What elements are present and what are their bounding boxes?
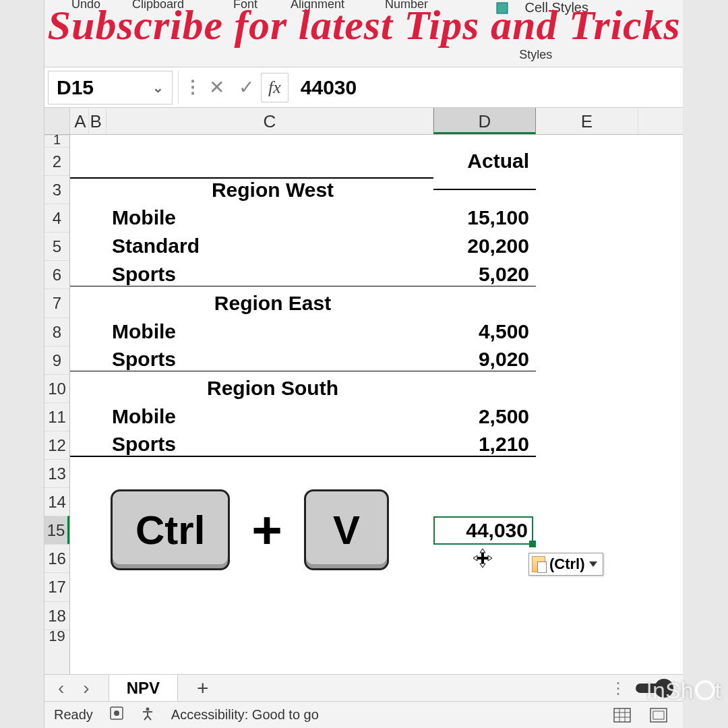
cell-d11[interactable]: 2,500 (433, 405, 536, 428)
excel-window: Undo Clipboard Font Alignment Number Cel… (44, 0, 683, 728)
ribbon-group-alignment: Alignment (291, 0, 344, 11)
cell-d4[interactable]: 15,100 (433, 206, 536, 229)
status-accessibility: Accessibility: Good to go (171, 707, 319, 723)
macro-recorder-icon[interactable] (109, 706, 124, 724)
cell-region-south[interactable]: Region South (70, 377, 433, 400)
column-header-d[interactable]: D (433, 108, 536, 134)
row-header-5[interactable]: 5 (44, 232, 69, 260)
cell-c8[interactable]: Mobile (70, 320, 433, 343)
cell-d9[interactable]: 9,020 (433, 348, 536, 371)
row-header-16[interactable]: 16 (44, 544, 69, 572)
column-headers: A B C D E (44, 108, 683, 135)
row-headers: 1 2 3 4 5 6 7 8 9 10 11 12 13 14 15 16 1… (44, 135, 70, 674)
cell-c4[interactable]: Mobile (70, 206, 433, 229)
paste-icon (532, 556, 545, 572)
status-bar: Ready Accessibility: Good to go (44, 701, 683, 728)
grid: 1 2 3 4 5 6 7 8 9 10 11 12 13 14 15 16 1… (44, 135, 683, 674)
more-icon[interactable]: ⋮ (184, 77, 202, 98)
zoom-slider[interactable] (636, 684, 669, 693)
svg-rect-10 (653, 711, 664, 719)
name-box[interactable]: D15 ⌄ (48, 71, 173, 104)
row-header-4[interactable]: 4 (44, 204, 69, 232)
tab-prev-button[interactable]: ‹ (58, 677, 64, 699)
normal-view-button[interactable] (611, 706, 633, 725)
row-header-13[interactable]: 13 (44, 459, 69, 487)
cell-d5[interactable]: 20,200 (433, 235, 536, 257)
ribbon-group-font: Font (233, 0, 257, 11)
cell-styles-icon (495, 1, 509, 15)
column-header-e[interactable]: E (536, 108, 638, 134)
row-header-2[interactable]: 2 (44, 147, 69, 175)
row-header-9[interactable]: 9 (44, 346, 69, 374)
cells-area[interactable]: Actual Region West Mobile15,100 Standard… (70, 135, 683, 674)
ribbon: Undo Clipboard Font Alignment Number Cel… (44, 0, 683, 67)
svg-point-3 (146, 708, 149, 711)
cell-c5[interactable]: Standard (70, 235, 433, 257)
svg-point-2 (114, 710, 119, 716)
cancel-formula-button[interactable]: ✕ (202, 73, 231, 102)
row-header-19[interactable]: 19 (44, 630, 69, 644)
ctrl-key: Ctrl (111, 489, 230, 570)
cell-c6[interactable]: Sports (70, 263, 433, 286)
row-header-8[interactable]: 8 (44, 317, 69, 346)
insert-function-button[interactable]: fx (261, 73, 289, 102)
fill-handle[interactable] (529, 541, 536, 547)
cell-c11[interactable]: Mobile (70, 405, 433, 428)
row-header-7[interactable]: 7 (44, 289, 69, 317)
cell-c12[interactable]: Sports (70, 433, 433, 457)
svg-rect-0 (497, 3, 508, 13)
sheet-tabs: ‹ › NPV + ⋮ (44, 674, 683, 701)
row-header-1[interactable]: 1 (44, 135, 69, 147)
accept-formula-button[interactable]: ✓ (231, 73, 261, 102)
select-all-corner[interactable] (44, 108, 70, 134)
row-header-6[interactable]: 6 (44, 260, 69, 289)
formula-bar: D15 ⌄ ⋮ ✕ ✓ fx 44030 (44, 67, 683, 108)
row-header-3[interactable]: 3 (44, 175, 69, 204)
row-header-17[interactable]: 17 (44, 572, 69, 601)
plus-sign: + (251, 499, 282, 561)
row-header-10[interactable]: 10 (44, 374, 69, 402)
cell-d12[interactable]: 1,210 (433, 433, 536, 457)
column-header-c[interactable]: C (107, 108, 433, 134)
chevron-down-icon: ⌄ (152, 80, 164, 96)
row-header-18[interactable]: 18 (44, 601, 69, 630)
selected-cell-d15[interactable]: 44,030 (433, 516, 533, 545)
v-key: V (304, 489, 389, 570)
ribbon-styles-label: Styles (519, 48, 552, 62)
cell-d2[interactable]: Actual (433, 150, 536, 173)
ribbon-group-undo: Undo (71, 0, 100, 11)
status-ready: Ready (54, 707, 93, 723)
row-header-15[interactable]: 15 (44, 516, 69, 544)
row-header-12[interactable]: 12 (44, 431, 69, 459)
cell-c9[interactable]: Sports (70, 348, 433, 371)
page-layout-view-button[interactable] (648, 706, 669, 725)
cell-d6[interactable]: 5,020 (433, 263, 536, 286)
ribbon-styles-group: Cell Styles Styles (483, 0, 588, 67)
column-header-ab[interactable]: A B (70, 108, 107, 134)
sheet-tab-npv[interactable]: NPV (109, 674, 178, 702)
svg-rect-4 (614, 708, 630, 722)
cell-region-east[interactable]: Region East (70, 292, 433, 315)
ribbon-group-clipboard: Clipboard (132, 0, 184, 11)
cell-d8[interactable]: 4,500 (433, 320, 536, 343)
chevron-down-icon (589, 562, 597, 567)
tab-next-button[interactable]: › (83, 677, 89, 699)
add-sheet-button[interactable]: + (197, 677, 209, 700)
accessibility-icon[interactable] (140, 706, 155, 724)
cell-region-west[interactable]: Region West (70, 177, 433, 202)
ribbon-group-number: Number (385, 0, 428, 11)
cell-styles-button[interactable]: Cell Styles (495, 0, 588, 16)
row-header-14[interactable]: 14 (44, 487, 69, 516)
keyboard-shortcut-illustration: Ctrl + V (111, 489, 389, 570)
paste-options-tag[interactable]: (Ctrl) (528, 553, 603, 576)
cursor-crosshair-icon (473, 549, 492, 572)
row-header-11[interactable]: 11 (44, 402, 69, 431)
more-icon[interactable]: ⋮ (610, 679, 626, 698)
formula-input[interactable]: 44030 (301, 76, 683, 99)
